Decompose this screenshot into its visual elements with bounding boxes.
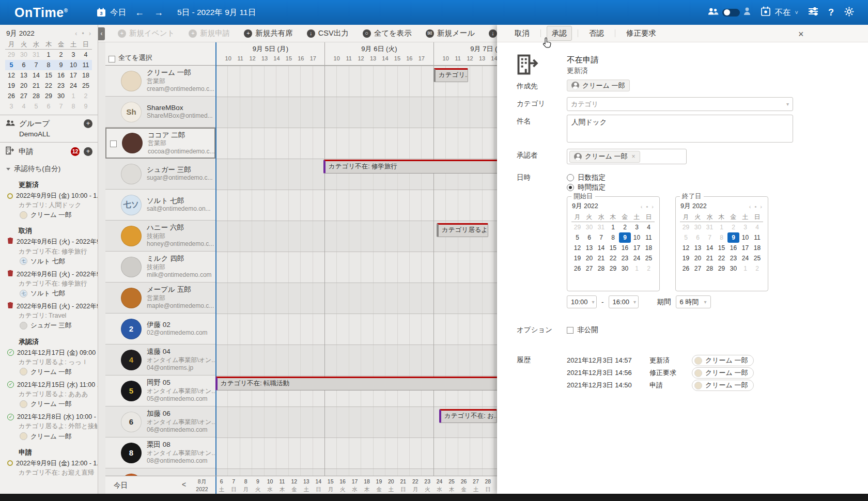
start-time-select[interactable]: 10:00 ▾ <box>567 295 597 308</box>
calendar-day[interactable]: 10 <box>67 60 80 70</box>
calendar-day[interactable]: 4 <box>643 222 655 232</box>
scrubber-day[interactable]: 24 水 <box>433 478 445 493</box>
to-person-chip[interactable]: クリーム 一郎 <box>567 80 630 91</box>
duration-select[interactable]: 6 時間 ▾ <box>676 295 711 308</box>
calendar-day[interactable]: 30 <box>727 263 739 274</box>
scrubber-day[interactable]: 7 日 <box>227 478 239 493</box>
calendar-day[interactable]: 7 <box>704 232 716 243</box>
close-icon[interactable]: × <box>795 28 807 41</box>
calendar-day[interactable]: 28 <box>30 91 42 101</box>
approval-item[interactable]: 2022年9月6日 (火) - 2022年9... カテゴリ不在: 修学旅行 七… <box>7 237 98 265</box>
toolbar-button[interactable]: + 新規申請 <box>189 28 230 38</box>
calendar-day[interactable]: 21 <box>30 81 42 91</box>
calendar-day[interactable]: 2 <box>751 263 763 274</box>
calendar-day[interactable]: 27 <box>692 263 704 274</box>
calendar-day[interactable]: 12 <box>5 70 18 81</box>
calendar-day[interactable]: 20 <box>692 253 704 263</box>
toolbar-button[interactable]: ✉ 新規メール <box>426 28 475 38</box>
calendar-day[interactable]: 2 <box>727 222 739 232</box>
calendar-day[interactable]: 30 <box>692 222 704 232</box>
calendar-day[interactable]: 31 <box>595 222 607 232</box>
calendar-day[interactable]: 21 <box>704 253 716 263</box>
calendar-day[interactable]: 7 <box>30 60 42 70</box>
calendar-day[interactable]: 3 <box>739 222 751 232</box>
approval-item[interactable]: 2022年9月9日 (金) 12:00 - 1... カテゴリ不在: お迎え直帰 <box>7 459 98 477</box>
calendar-day[interactable]: 17 <box>631 243 643 253</box>
user-checkbox[interactable] <box>110 140 117 147</box>
calendar-day[interactable]: 12 <box>571 243 583 253</box>
calendar-day[interactable]: 10 <box>739 232 751 243</box>
calendar-day[interactable]: 27 <box>18 91 30 101</box>
calendar-day[interactable]: 5 <box>680 232 692 243</box>
calendar-day[interactable]: 27 <box>583 263 595 274</box>
scrubber-day[interactable]: 15 月 <box>324 478 336 493</box>
calendar-day[interactable]: 14 <box>30 70 42 81</box>
calendar-day[interactable]: 29 <box>716 263 727 274</box>
approval-item[interactable]: 2021年12月17日 (金) 09:00 ... カテゴリ居るよ: っっｌ ク… <box>7 348 98 377</box>
people-person-toggle[interactable] <box>722 9 740 17</box>
calendar-day[interactable]: 3 <box>67 50 80 60</box>
calendar-day[interactable]: 5 <box>5 60 18 70</box>
user-row[interactable]: シュガー 三郎 sugar@ontimedemo.c... <box>105 159 215 190</box>
chevron-down-icon[interactable]: ˅ <box>795 9 798 15</box>
scrubber-day[interactable]: 28 日 <box>482 478 494 493</box>
days-option[interactable]: 日数指定 <box>567 173 606 182</box>
calendar-day[interactable]: 11 <box>751 232 763 243</box>
calendar-day[interactable]: 10 <box>631 232 643 243</box>
calendar-day[interactable]: 16 <box>727 243 739 253</box>
user-row[interactable]: 2 伊藤 02 02@ontimedemo.com <box>105 314 215 345</box>
panel-action-button[interactable]: 取消 <box>509 26 535 41</box>
calendar-day[interactable]: 4 <box>80 50 92 60</box>
approval-item[interactable]: 2021年12月8日 (水) 10:00 - ... カテゴリ居るよ: 外部と接… <box>7 412 98 441</box>
calendar-day[interactable]: 29 <box>571 222 583 232</box>
scrubber-day[interactable]: 14 日 <box>313 478 324 493</box>
scrubber-day[interactable]: 21 日 <box>397 478 409 493</box>
calendar-day[interactable]: 16 <box>619 243 631 253</box>
calendar-day[interactable]: 9 <box>619 232 631 243</box>
calendar-day[interactable]: 24 <box>631 253 643 263</box>
scrubber-day[interactable]: 23 火 <box>421 478 433 493</box>
calendar-day[interactable]: 30 <box>619 263 631 274</box>
calendar-day[interactable]: 22 <box>607 253 619 263</box>
calendar-day[interactable]: 28 <box>595 263 607 274</box>
calendar-day[interactable]: 18 <box>751 243 763 253</box>
scrubber-day[interactable]: 8 月 <box>240 478 252 493</box>
next-day-button[interactable]: → <box>153 7 164 18</box>
calendar-day[interactable]: 8 <box>67 101 80 112</box>
collapse-sidebar-button[interactable]: ‹ <box>98 27 105 40</box>
calendar-day[interactable]: 8 <box>42 60 55 70</box>
calendar-day[interactable]: 19 <box>571 253 583 263</box>
user-row[interactable]: ココア 二郎 営業部 cocoa@ontimedemo.c... <box>105 128 215 159</box>
calendar-day[interactable]: 18 <box>643 243 655 253</box>
radio-icon-selected[interactable] <box>567 184 574 191</box>
calendar-day[interactable]: 21 <box>595 253 607 263</box>
history-person-chip[interactable]: クリーム 一郎 <box>692 355 754 366</box>
scrubber-day[interactable]: 25 木 <box>445 478 457 493</box>
scrubber-day[interactable]: 16 火 <box>336 478 348 493</box>
calendar-day[interactable]: 26 <box>5 91 18 101</box>
calendar-day[interactable]: 13 <box>692 243 704 253</box>
scrubber-today-button[interactable]: 今日 <box>114 481 128 490</box>
user-row[interactable]: 七ソ ソルト 七郎 salt@ontimedemo.on... <box>105 190 215 221</box>
gear-icon[interactable] <box>844 6 855 19</box>
add-group-button[interactable]: + <box>84 119 92 128</box>
toolbar-button[interactable]: ↓ CSV出力 <box>307 28 349 38</box>
calendar-day[interactable]: 11 <box>643 232 655 243</box>
select-all[interactable]: 全てを選択 <box>105 42 215 66</box>
sliders-icon[interactable] <box>808 7 818 18</box>
calendar-day[interactable]: 15 <box>716 243 727 253</box>
user-row[interactable]: ミルク 四郎 技術部 milk@ontimedemo.com <box>105 252 215 283</box>
approval-item[interactable]: 2022年9月6日 (火) - 2022年9... カテゴリ不在: 修学旅行 七… <box>7 270 98 298</box>
toolbar-button[interactable]: + 新規イベント <box>118 28 175 38</box>
scrubber-day[interactable]: 10 水 <box>264 478 276 493</box>
calendar-day[interactable]: 23 <box>727 253 739 263</box>
category-select[interactable]: カテゴリ ▾ <box>567 97 793 111</box>
prev-day-button[interactable]: ← <box>134 7 145 18</box>
approver-chip[interactable]: クリーム 一郎 × <box>569 151 640 163</box>
calendar-day[interactable]: 7 <box>55 101 67 112</box>
calendar-day[interactable]: 29 <box>607 263 619 274</box>
calendar-day[interactable]: 17 <box>67 70 80 81</box>
calendar-day[interactable]: 15 <box>607 243 619 253</box>
toolbar-button[interactable]: + 新規共有席 <box>244 28 293 38</box>
user-row[interactable]: ハニー 六郎 技術部 honey@ontimedemo.c... <box>105 221 215 252</box>
